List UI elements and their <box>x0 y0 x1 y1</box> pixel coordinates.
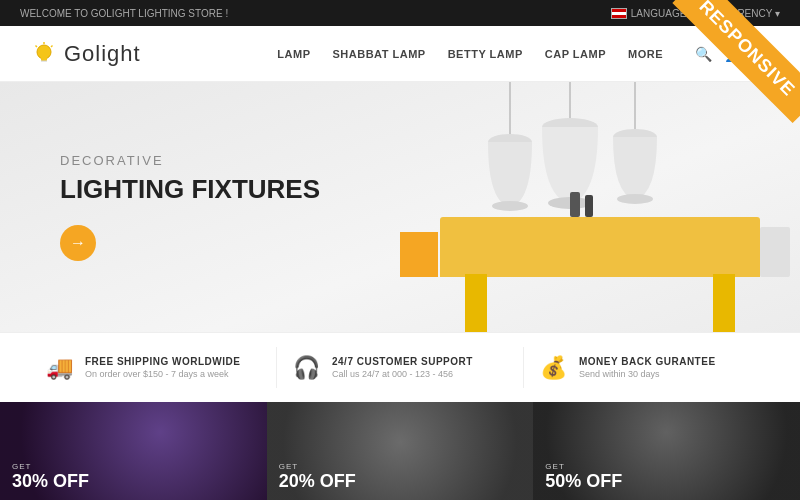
feature-moneyback-text: MONEY BACK GURANTEE Send within 30 days <box>579 356 716 379</box>
product-card-3[interactable]: GET 50% OFF <box>533 402 800 500</box>
feature-moneyback-title: MONEY BACK GURANTEE <box>579 356 716 367</box>
product-2-discount: 20% OFF <box>279 471 522 492</box>
feature-moneyback-desc: Send within 30 days <box>579 369 716 379</box>
nav-more[interactable]: MORE <box>628 48 663 60</box>
feature-support-title: 24/7 CUSTOMER SUPPORT <box>332 356 473 367</box>
product-2-get: GET <box>279 462 522 471</box>
svg-line-5 <box>51 45 53 47</box>
logo-icon <box>30 40 58 68</box>
logo-text: Golight <box>64 41 141 67</box>
product-3-get: GET <box>545 462 788 471</box>
responsive-badge-label: RESPONSIVE <box>672 0 800 123</box>
product-cards: GET 30% OFF GET 20% OFF GET 50% OFF <box>0 402 800 500</box>
svg-line-4 <box>36 45 38 47</box>
feature-support-desc: Call us 24/7 at 000 - 123 - 456 <box>332 369 473 379</box>
feature-shipping: 🚚 FREE SHIPPING WORLDWIDE On order over … <box>30 347 277 388</box>
nav-lamp[interactable]: LAMP <box>277 48 310 60</box>
feature-support: 🎧 24/7 CUSTOMER SUPPORT Call us 24/7 at … <box>277 347 524 388</box>
arrow-icon: → <box>70 234 86 252</box>
svg-point-0 <box>37 45 51 59</box>
hero-title: LIGHTING FIXTURES <box>60 174 320 205</box>
feature-shipping-desc: On order over $150 - 7 days a week <box>85 369 240 379</box>
welcome-text: WELCOME TO GOLIGHT LIGHTING STORE ! <box>20 8 228 19</box>
responsive-badge: RESPONSIVE <box>660 0 800 140</box>
hero-table-scene <box>440 217 760 332</box>
logo[interactable]: Golight <box>30 40 141 68</box>
feature-shipping-title: FREE SHIPPING WORLDWIDE <box>85 356 240 367</box>
feature-shipping-text: FREE SHIPPING WORLDWIDE On order over $1… <box>85 356 240 379</box>
feature-support-text: 24/7 CUSTOMER SUPPORT Call us 24/7 at 00… <box>332 356 473 379</box>
svg-point-14 <box>617 194 653 204</box>
features-bar: 🚚 FREE SHIPPING WORLDWIDE On order over … <box>0 332 800 402</box>
feature-moneyback: 💰 MONEY BACK GURANTEE Send within 30 day… <box>524 347 770 388</box>
svg-point-10 <box>492 201 528 211</box>
support-icon: 🎧 <box>293 355 320 381</box>
product-card-1[interactable]: GET 30% OFF <box>0 402 267 500</box>
product-3-discount: 50% OFF <box>545 471 788 492</box>
product-1-get: GET <box>12 462 255 471</box>
shipping-icon: 🚚 <box>46 355 73 381</box>
hero-content: DECORATIVE LIGHTING FIXTURES → <box>0 153 320 261</box>
nav-cap-lamp[interactable]: CAP LAMP <box>545 48 606 60</box>
moneyback-icon: 💰 <box>540 355 567 381</box>
nav-betty-lamp[interactable]: BETTY LAMP <box>448 48 523 60</box>
hero-cta-button[interactable]: → <box>60 225 96 261</box>
product-card-2[interactable]: GET 20% OFF <box>267 402 534 500</box>
hero-subtitle: DECORATIVE <box>60 153 320 168</box>
nav-shabbat-lamp[interactable]: SHABBAT LAMP <box>332 48 425 60</box>
product-1-discount: 30% OFF <box>12 471 255 492</box>
